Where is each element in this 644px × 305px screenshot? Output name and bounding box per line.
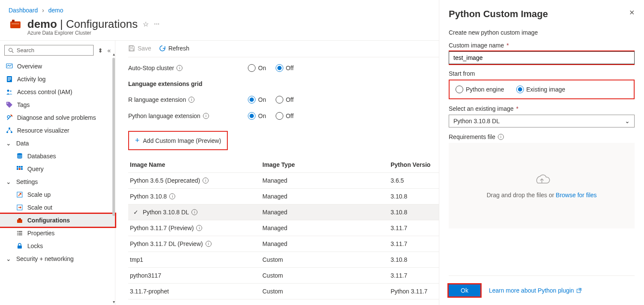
search-input[interactable]: Search	[4, 45, 94, 56]
database-icon	[16, 153, 23, 160]
scrollbar[interactable]	[112, 58, 115, 216]
learn-more-link[interactable]: Learn more about Python plugin	[489, 287, 582, 294]
info-icon[interactable]: i	[498, 134, 504, 140]
svg-rect-31	[17, 234, 18, 235]
sidebar-group-security[interactable]: ⌄ Security + networking	[0, 252, 115, 265]
log-icon	[6, 76, 13, 83]
rlang-off-radio[interactable]: Off	[276, 96, 294, 104]
svg-rect-0	[10, 21, 21, 28]
svg-point-13	[9, 127, 10, 129]
save-icon	[128, 45, 135, 52]
breadcrumb-root[interactable]: Dashboard	[9, 7, 38, 14]
lock-icon	[16, 243, 23, 249]
plus-icon: +	[135, 136, 140, 145]
tag-icon	[6, 101, 13, 108]
sidebar-item-configurations[interactable]: Configurations	[0, 214, 115, 227]
info-icon[interactable]: i	[206, 241, 212, 247]
svg-point-3	[9, 48, 12, 51]
info-icon[interactable]: i	[191, 209, 197, 215]
scroll-up-icon[interactable]: ▴	[113, 52, 115, 56]
breadcrumb-sep: ›	[42, 7, 44, 14]
image-name-input[interactable]	[449, 51, 635, 64]
scaleup-icon	[16, 191, 23, 198]
col-header-name[interactable]: Image Name	[130, 161, 262, 168]
sidebar-item-overview[interactable]: Overview	[0, 60, 115, 73]
rlang-on-radio[interactable]: On	[248, 96, 266, 104]
breadcrumb-current[interactable]: demo	[48, 7, 63, 14]
sidebar-item-scaleout[interactable]: Scale out	[0, 201, 115, 214]
refresh-button[interactable]: Refresh	[159, 45, 189, 52]
info-icon[interactable]: i	[188, 97, 194, 103]
svg-point-10	[7, 90, 9, 92]
existing-radio[interactable]: Existing image	[516, 86, 565, 93]
close-icon[interactable]: ✕	[629, 9, 635, 17]
sidebar: Search ⬍ « Overview Activity log Access …	[0, 41, 115, 305]
pylang-on-radio[interactable]: On	[248, 112, 266, 120]
svg-rect-18	[19, 166, 21, 168]
startfrom-group: Python engine Existing image	[449, 80, 635, 99]
svg-rect-35	[130, 49, 133, 51]
sidebar-item-properties[interactable]: Properties	[0, 227, 115, 240]
collapse-sidebar-icon[interactable]: «	[107, 47, 111, 54]
sidebar-item-resvis[interactable]: Resource visualizer	[0, 124, 115, 137]
info-icon[interactable]: i	[196, 225, 202, 231]
wrench-icon	[6, 114, 13, 121]
svg-rect-32	[18, 234, 22, 235]
svg-rect-9	[8, 80, 10, 81]
add-custom-image-button[interactable]: + Add Custom Image (Preview)	[128, 131, 228, 150]
svg-point-11	[10, 90, 12, 92]
sidebar-group-settings[interactable]: ⌄ Settings	[0, 175, 115, 188]
sidebar-group-data[interactable]: ⌄ Data	[0, 137, 115, 150]
check-icon: ✓	[133, 209, 138, 216]
svg-rect-7	[8, 77, 11, 78]
svg-rect-21	[19, 168, 21, 170]
svg-rect-33	[18, 246, 22, 249]
sidebar-item-iam[interactable]: Access control (IAM)	[0, 86, 115, 98]
requirements-dropzone[interactable]: Drag and drop the files or Browse for fi…	[449, 143, 635, 228]
svg-point-12	[7, 103, 8, 104]
sidebar-item-activity[interactable]: Activity log	[0, 73, 115, 86]
autostop-off-radio[interactable]: Off	[276, 64, 294, 72]
rlang-label: R language extension i	[128, 96, 248, 103]
svg-rect-30	[18, 233, 22, 234]
refresh-icon	[159, 45, 166, 52]
pylang-label: Python language extension i	[128, 113, 248, 119]
expand-icon[interactable]: ⬍	[98, 47, 103, 54]
ok-button[interactable]: Ok	[449, 284, 480, 296]
sidebar-item-locks[interactable]: Locks	[0, 240, 115, 252]
svg-rect-17	[17, 166, 18, 168]
scaleout-icon	[16, 204, 23, 211]
sidebar-item-query[interactable]: Query	[0, 163, 115, 175]
svg-rect-1	[12, 20, 15, 22]
external-link-icon	[576, 288, 582, 293]
svg-rect-25	[17, 219, 22, 223]
sidebar-item-tags[interactable]: Tags	[0, 98, 115, 111]
custom-image-panel: Python Custom Image ✕ Create new python …	[439, 0, 644, 305]
info-icon[interactable]: i	[169, 193, 175, 199]
existing-image-select[interactable]: Python 3.10.8 DL ⌄	[449, 115, 635, 127]
upload-icon	[533, 173, 550, 187]
sidebar-item-databases[interactable]: Databases	[0, 150, 115, 163]
panel-subtitle: Create new python custom image	[449, 29, 635, 36]
page-title: demo | Configurations	[27, 18, 138, 30]
col-header-type[interactable]: Image Type	[262, 161, 391, 168]
scroll-down-icon[interactable]: ▾	[113, 299, 115, 304]
search-icon	[8, 47, 14, 53]
info-icon[interactable]: i	[203, 178, 209, 184]
svg-rect-20	[17, 168, 18, 170]
properties-icon	[16, 230, 23, 237]
info-icon[interactable]: i	[203, 113, 209, 119]
cluster-icon	[9, 17, 22, 31]
favorite-icon[interactable]: ☆	[143, 20, 149, 28]
svg-rect-27	[17, 231, 18, 232]
sidebar-item-diagnose[interactable]: Diagnose and solve problems	[0, 111, 115, 124]
sidebar-item-scaleup[interactable]: Scale up	[0, 188, 115, 201]
startfrom-label: Start from	[449, 70, 635, 77]
browse-link[interactable]: Browse for files	[556, 192, 597, 198]
pylang-off-radio[interactable]: Off	[276, 112, 294, 120]
more-icon[interactable]: ···	[154, 20, 159, 28]
engine-radio[interactable]: Python engine	[456, 86, 504, 93]
info-icon[interactable]: i	[176, 65, 182, 71]
chevron-down-icon: ⌄	[625, 118, 630, 124]
autostop-on-radio[interactable]: On	[248, 64, 266, 72]
